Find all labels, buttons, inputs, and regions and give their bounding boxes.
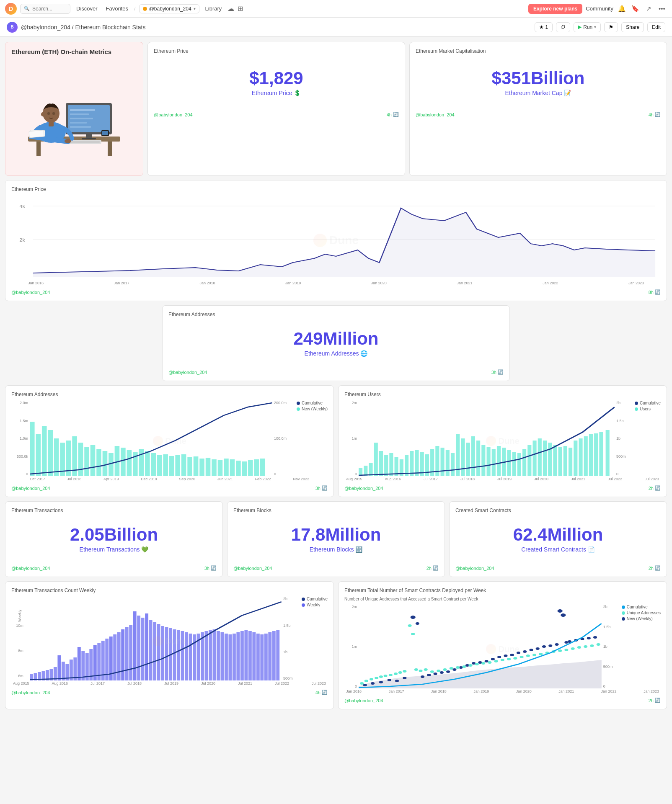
svg-rect-158 <box>181 631 184 680</box>
svg-rect-175 <box>248 631 252 680</box>
svg-rect-105 <box>532 441 536 476</box>
search-box[interactable]: 🔍 <box>20 4 70 14</box>
svg-rect-149 <box>145 613 148 680</box>
favorite-button[interactable]: ⚑ <box>604 22 618 32</box>
logo[interactable]: D <box>5 3 17 15</box>
y-sc-l: 2m <box>344 605 357 609</box>
chart-x-label: Jul 2019 <box>164 681 178 685</box>
users-y-left: 2m 1m 0 <box>344 401 357 476</box>
users-y-right: 2b 1.5b 1b 500m 0 <box>616 401 633 476</box>
y-tx-r: 1b <box>283 650 300 654</box>
addr-chart-author: @babylondon_204 <box>11 486 50 491</box>
nav-username: @babylondon_204 <box>149 6 191 12</box>
eth-sc-deployed-subtitle: Number of Unique Addresses that Accessed… <box>344 597 661 601</box>
run-label: Run <box>583 24 592 30</box>
tx-y-labels: 10m 8m 6m <box>16 624 23 678</box>
svg-rect-52 <box>151 453 156 476</box>
chart-x-label: Jul 2023 <box>645 477 659 481</box>
svg-rect-47 <box>121 448 126 476</box>
explore-plans-button[interactable]: Explore new plans <box>528 4 582 14</box>
svg-point-222 <box>523 650 527 653</box>
community-button[interactable]: Community <box>586 5 613 12</box>
svg-rect-56 <box>175 455 180 476</box>
svg-point-221 <box>517 652 520 654</box>
hero-title: Ethereum (ETH) On-chain Metrics <box>11 48 137 55</box>
svg-rect-128 <box>62 662 65 680</box>
nav-discover[interactable]: Discover <box>74 4 100 13</box>
legend-cumulative-u: Cumulative <box>635 401 661 405</box>
eth-sc-label: Created Smart Contracts 📄 <box>521 546 595 553</box>
y-label: 0 <box>11 472 28 476</box>
chart-x-label: Jul 2018 <box>127 681 142 685</box>
svg-point-195 <box>411 633 415 635</box>
more-icon[interactable]: ••• <box>657 4 667 14</box>
leg-label-u: Users <box>640 407 651 411</box>
notifications-icon[interactable]: 🔔 <box>617 4 627 14</box>
legend-dot-csc <box>622 606 625 609</box>
eth-sc-value: 62.4Million <box>513 525 603 544</box>
sc-chart-svg <box>359 605 602 688</box>
eth-blocks-footer: @babylondon_204 2h 🔄 <box>233 565 439 571</box>
star-button[interactable]: ★ 1 <box>535 22 553 32</box>
y-label: 1.5m <box>11 419 28 423</box>
nav-cloud-icon[interactable]: ☁ <box>227 5 234 13</box>
nav-user-badge[interactable]: @babylondon_204 ▾ <box>139 4 199 13</box>
chart-x-label: Jul 2020 <box>534 477 548 481</box>
chart-x-label: Nov 2022 <box>293 477 309 481</box>
svg-rect-145 <box>129 625 132 680</box>
svg-rect-60 <box>199 459 204 476</box>
chart-x-label: Jan 2020 <box>516 689 532 693</box>
star-icon: ★ <box>539 24 544 30</box>
eth-tx-value: 2.05Billion <box>70 525 158 544</box>
svg-rect-24 <box>29 130 44 138</box>
svg-rect-44 <box>103 451 108 476</box>
share-icon[interactable]: ↗ <box>644 4 654 14</box>
svg-rect-160 <box>189 634 192 680</box>
svg-point-247 <box>494 660 498 662</box>
sc-y-left: 2m 1m 0 <box>344 605 357 688</box>
eth-addresses-label: Ethereum Addresses 🌐 <box>305 350 368 357</box>
addr-chart-footer: @babylondon_204 3h 🔄 <box>11 485 328 491</box>
svg-point-254 <box>539 653 543 655</box>
eth-blocks-value: 17.8Million <box>291 525 381 544</box>
nav-grid-icon[interactable]: ⊞ <box>238 5 243 13</box>
users-chart-time: 2h 🔄 <box>649 485 661 491</box>
eth-sc-time: 2h 🔄 <box>649 565 661 571</box>
eth-transactions-stat-card: Ethereum Transactions 2.05Billion Ethere… <box>5 501 223 577</box>
search-input[interactable] <box>32 6 66 12</box>
eth-price-label: Ethereum Price 💲 <box>252 90 301 96</box>
chart-x-label: Sep 2020 <box>179 477 196 481</box>
svg-rect-133 <box>81 651 85 680</box>
edit-button[interactable]: Edit <box>647 22 665 32</box>
eth-blocks-label: Ethereum Blocks 🔢 <box>310 546 363 553</box>
svg-text:2k: 2k <box>19 238 25 242</box>
nav-favorites[interactable]: Favorites <box>103 4 131 13</box>
y-tx: 10m <box>16 624 23 628</box>
svg-rect-143 <box>121 629 124 680</box>
chart-x-label: Jun 2021 <box>217 477 233 481</box>
svg-rect-98 <box>497 446 501 476</box>
svg-rect-167 <box>217 631 220 680</box>
bookmark-icon[interactable]: 🔖 <box>630 4 640 14</box>
svg-rect-65 <box>230 459 235 476</box>
svg-rect-144 <box>125 627 129 680</box>
svg-point-258 <box>564 649 568 651</box>
eth-price-stat-title: Ethereum Price <box>154 48 399 54</box>
eth-marketcap-stat-footer: @babylondon_204 4h 🔄 <box>416 112 661 117</box>
tx-weekly-footer: @babylondon_204 4h 🔄 <box>11 690 328 695</box>
svg-point-228 <box>558 609 563 613</box>
tx-weekly-svg-cont <box>30 597 282 680</box>
svg-rect-42 <box>90 445 96 476</box>
nav-library[interactable]: Library <box>203 4 225 13</box>
legend-cumulative-sc: Cumulative <box>622 605 661 609</box>
chart-x-label: Jan 2019 <box>473 689 489 693</box>
y-sc-r: 2b <box>603 605 620 609</box>
run-button[interactable]: ▶ Run ▾ <box>574 22 601 32</box>
tx-x-labels: Aug 2015 Aug 2016 Jul 2017 Jul 2018 Jul … <box>11 681 328 685</box>
svg-rect-69 <box>254 459 259 476</box>
legend-cumulative-tx: Cumulative <box>302 597 328 601</box>
legend-dot-wtX <box>302 603 305 607</box>
users-svg-cont <box>359 401 615 476</box>
share-button[interactable]: Share <box>621 22 644 32</box>
refresh-button[interactable]: ⏱ <box>556 22 570 32</box>
